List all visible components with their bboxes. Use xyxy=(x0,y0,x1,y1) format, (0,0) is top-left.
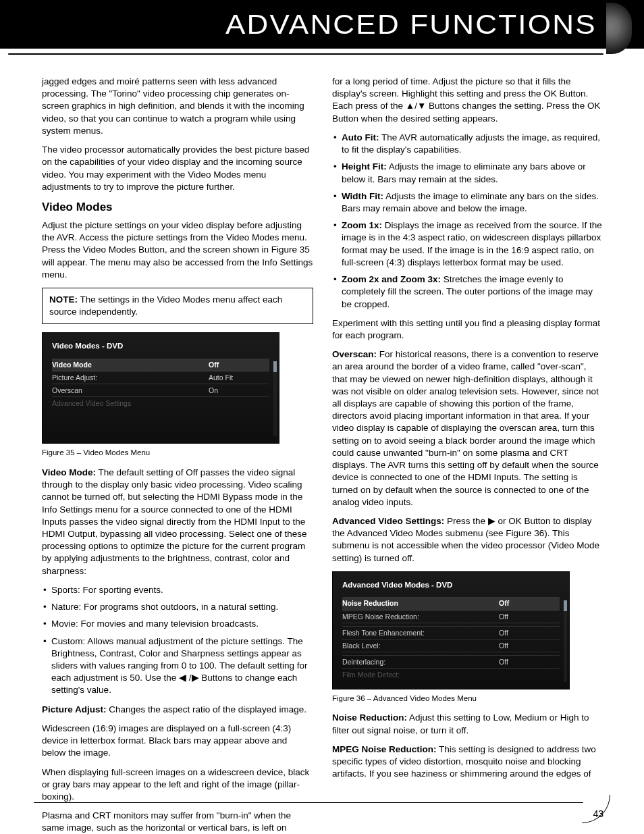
osd-row: Deinterlacing:Off xyxy=(342,656,560,669)
footer-rule xyxy=(34,802,583,804)
para-avs: Advanced Video Settings: Press the ▶ or … xyxy=(332,515,603,565)
list-item: Height Fit: Adjusts the image to elimina… xyxy=(333,161,603,185)
list-item: Nature: For programs shot outdoors, in a… xyxy=(43,601,313,613)
list-item: Sports: For sporting events. xyxy=(43,584,313,596)
page-number: 43 xyxy=(593,808,603,819)
osd-row: Picture Adjust:Auto Fit xyxy=(52,371,269,384)
list-item: Auto Fit: The AVR automatically adjusts … xyxy=(333,132,603,156)
list-item: Movie: For movies and many television br… xyxy=(43,618,313,630)
para-picture-adjust: Picture Adjust: Changes the aspect ratio… xyxy=(42,704,313,716)
picture-adjust-lead: Picture Adjust: xyxy=(42,704,107,714)
para: Experiment with this setting until you f… xyxy=(332,317,603,342)
osd-row-value: Off xyxy=(499,657,560,667)
osd-row-value: Off xyxy=(209,360,269,369)
figure-36-caption: Figure 36 – Advanced Video Modes Menu xyxy=(332,694,603,704)
figure-35-osd: Video Modes - DVD Video ModeOffPicture A… xyxy=(42,332,279,444)
osd-row-key: Flesh Tone Enhancement: xyxy=(342,628,499,637)
list-item-lead: Zoom 2x and Zoom 3x: xyxy=(342,274,441,284)
osd-row: Flesh Tone Enhancement:Off xyxy=(342,627,560,640)
overscan-body: For historical reasons, there is a conve… xyxy=(332,349,599,507)
para-overscan: Overscan: For historical reasons, there … xyxy=(332,348,603,509)
header-curve-decor xyxy=(606,3,632,54)
video-mode-body: The default setting of Off passes the vi… xyxy=(42,467,306,576)
page-header-title: ADVANCED FUNCTIONS xyxy=(225,9,597,40)
avs-lead: Advanced Video Settings: xyxy=(332,516,444,526)
note-label: NOTE: xyxy=(49,294,78,305)
osd-scroll-thumb xyxy=(564,600,567,611)
para: Widescreen (16:9) images are displayed o… xyxy=(42,723,313,760)
list-item-lead: Height Fit: xyxy=(342,161,387,172)
left-column: jagged edges and moiré patterns seen wit… xyxy=(42,76,313,834)
list-item: Zoom 2x and Zoom 3x: Stretches the image… xyxy=(333,273,603,311)
osd-row: MPEG Noise Reduction:Off xyxy=(342,610,560,623)
para: When displaying full-screen images on a … xyxy=(42,766,313,804)
osd-row-value: Off xyxy=(499,612,560,621)
osd-row-value xyxy=(209,398,269,408)
list-item: Zoom 1x: Displays the image as received … xyxy=(333,219,603,269)
osd-row: Advanced Video Settings xyxy=(52,397,269,409)
osd-row-value: On xyxy=(209,386,269,395)
list-item-lead: Auto Fit: xyxy=(342,132,379,142)
figure-35-caption: Figure 35 – Video Modes Menu xyxy=(42,448,313,459)
osd-row-key: Advanced Video Settings xyxy=(52,398,209,408)
page-header-band: ADVANCED FUNCTIONS xyxy=(0,0,644,49)
para: for a long period of time. Adjust the pi… xyxy=(332,76,603,125)
osd-row-value: Off xyxy=(499,598,560,608)
para: Plasma and CRT monitors may suffer from … xyxy=(42,810,313,834)
osd-scrollbar xyxy=(273,361,277,436)
osd-row-value: Auto Fit xyxy=(209,373,269,382)
osd-title: Video Modes - DVD xyxy=(52,341,269,352)
para: Adjust the picture settings on your vide… xyxy=(42,219,313,281)
osd-row-key: Black Level: xyxy=(342,641,499,650)
list-item-body: The AVR automatically adjusts the image,… xyxy=(342,132,600,155)
list-item-lead: Zoom 1x: xyxy=(342,220,382,230)
header-rule xyxy=(8,53,603,55)
osd-title: Advanced Video Modes - DVD xyxy=(342,580,560,591)
video-mode-lead: Video Mode: xyxy=(42,467,96,477)
osd-row-value xyxy=(499,670,560,679)
osd-row-key: Picture Adjust: xyxy=(52,373,209,382)
osd-row: Noise ReductionOff xyxy=(342,597,560,610)
mpeg-lead: MPEG Noise Reduction: xyxy=(332,744,437,754)
osd-row: Black Level:Off xyxy=(342,640,560,652)
nr-lead: Noise Reduction: xyxy=(332,712,407,723)
video-mode-list: Sports: For sporting events.Nature: For … xyxy=(42,584,313,697)
overscan-lead: Overscan: xyxy=(332,349,377,359)
osd-row: Film Mode Defect: xyxy=(342,669,560,681)
page-body: jagged edges and moiré patterns seen wit… xyxy=(0,49,644,834)
heading-video-modes: Video Modes xyxy=(42,200,313,215)
fit-list: Auto Fit: The AVR automatically adjusts … xyxy=(332,132,603,311)
osd-row-value: Off xyxy=(499,641,560,650)
osd-row-key: Video Mode xyxy=(52,360,209,369)
list-item: Custom: Allows manual adjustment of the … xyxy=(43,635,313,697)
para-mpeg-nr: MPEG Noise Reduction: This setting is de… xyxy=(332,744,603,781)
para: jagged edges and moiré patterns seen wit… xyxy=(42,76,313,137)
osd-row: OverscanOn xyxy=(52,384,269,397)
osd-row: Video ModeOff xyxy=(52,359,269,371)
osd-row-key: Film Mode Defect: xyxy=(342,670,499,679)
note-body: The settings in the Video Modes menu aff… xyxy=(49,294,282,317)
osd-row-key: Overscan xyxy=(52,386,209,395)
osd-scroll-thumb xyxy=(273,361,277,372)
osd-row-key: MPEG Noise Reduction: xyxy=(342,612,499,621)
osd-row-value: Off xyxy=(499,628,560,637)
right-column: for a long period of time. Adjust the pi… xyxy=(332,76,603,834)
para-video-mode: Video Mode: The default setting of Off p… xyxy=(42,467,313,577)
picture-adjust-body: Changes the aspect ratio of the displaye… xyxy=(107,704,306,714)
list-item: Width Fit: Adjusts the image to eliminat… xyxy=(333,190,603,215)
figure-36-osd: Advanced Video Modes - DVD Noise Reducti… xyxy=(332,571,570,689)
osd-row-key: Deinterlacing: xyxy=(342,657,499,667)
list-item-lead: Width Fit: xyxy=(342,191,383,201)
para: The video processor automatically provid… xyxy=(42,144,313,193)
para-noise-reduction: Noise Reduction: Adjust this setting to … xyxy=(332,712,603,736)
osd-row-key: Noise Reduction xyxy=(342,598,499,608)
note-box: NOTE: The settings in the Video Modes me… xyxy=(42,288,313,324)
osd-scrollbar xyxy=(564,600,567,682)
